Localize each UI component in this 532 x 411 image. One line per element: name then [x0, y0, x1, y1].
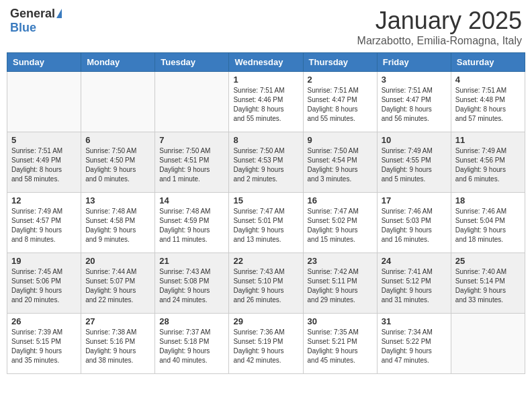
- day-number: 2: [308, 75, 373, 85]
- day-number: 23: [308, 256, 373, 266]
- day-info: Sunrise: 7:45 AM Sunset: 5:06 PM Dayligh…: [11, 267, 77, 305]
- day-number: 21: [159, 256, 224, 266]
- day-number: 18: [455, 195, 521, 205]
- calendar-day-cell: 20Sunrise: 7:44 AM Sunset: 5:07 PM Dayli…: [81, 253, 155, 314]
- calendar-week-row: 19Sunrise: 7:45 AM Sunset: 5:06 PM Dayli…: [7, 253, 525, 314]
- logo-blue-text: Blue: [10, 21, 36, 35]
- calendar-day-cell: 26Sunrise: 7:39 AM Sunset: 5:15 PM Dayli…: [7, 314, 81, 374]
- day-number: 6: [85, 135, 150, 145]
- calendar-day-cell: 10Sunrise: 7:49 AM Sunset: 4:55 PM Dayli…: [377, 132, 451, 193]
- calendar-day-cell: 3Sunrise: 7:51 AM Sunset: 4:47 PM Daylig…: [377, 72, 451, 132]
- day-number: 28: [159, 316, 224, 326]
- day-info: Sunrise: 7:42 AM Sunset: 5:11 PM Dayligh…: [308, 267, 373, 305]
- day-number: 30: [308, 316, 373, 326]
- day-info: Sunrise: 7:51 AM Sunset: 4:48 PM Dayligh…: [455, 86, 521, 124]
- calendar-day-cell: [7, 72, 81, 132]
- day-info: Sunrise: 7:48 AM Sunset: 4:59 PM Dayligh…: [159, 207, 224, 244]
- day-number: 29: [233, 316, 298, 326]
- day-info: Sunrise: 7:51 AM Sunset: 4:46 PM Dayligh…: [233, 86, 298, 124]
- day-info: Sunrise: 7:48 AM Sunset: 4:58 PM Dayligh…: [85, 207, 150, 244]
- title-section: January 2025 Marzabotto, Emilia-Romagna,…: [357, 7, 522, 47]
- calendar-week-row: 26Sunrise: 7:39 AM Sunset: 5:15 PM Dayli…: [7, 314, 525, 374]
- day-info: Sunrise: 7:50 AM Sunset: 4:51 PM Dayligh…: [159, 146, 224, 184]
- calendar-day-cell: 15Sunrise: 7:47 AM Sunset: 5:01 PM Dayli…: [229, 193, 303, 253]
- day-number: 3: [382, 75, 447, 85]
- day-info: Sunrise: 7:43 AM Sunset: 5:08 PM Dayligh…: [159, 267, 224, 305]
- day-info: Sunrise: 7:50 AM Sunset: 4:53 PM Dayligh…: [233, 146, 298, 184]
- logo-icon: [56, 9, 62, 18]
- column-header-saturday: Saturday: [451, 53, 525, 72]
- calendar-day-cell: 9Sunrise: 7:50 AM Sunset: 4:54 PM Daylig…: [303, 132, 377, 193]
- calendar-day-cell: 11Sunrise: 7:49 AM Sunset: 4:56 PM Dayli…: [451, 132, 525, 193]
- calendar-week-row: 12Sunrise: 7:49 AM Sunset: 4:57 PM Dayli…: [7, 193, 525, 253]
- calendar-day-cell: 14Sunrise: 7:48 AM Sunset: 4:59 PM Dayli…: [155, 193, 229, 253]
- day-number: 11: [455, 135, 521, 145]
- location-title: Marzabotto, Emilia-Romagna, Italy: [357, 35, 522, 47]
- calendar-header-row: SundayMondayTuesdayWednesdayThursdayFrid…: [7, 53, 525, 72]
- day-info: Sunrise: 7:49 AM Sunset: 4:55 PM Dayligh…: [382, 146, 447, 184]
- column-header-sunday: Sunday: [7, 53, 81, 72]
- day-number: 13: [85, 195, 150, 205]
- calendar-day-cell: 31Sunrise: 7:34 AM Sunset: 5:22 PM Dayli…: [377, 314, 451, 374]
- calendar-week-row: 5Sunrise: 7:51 AM Sunset: 4:49 PM Daylig…: [7, 132, 525, 193]
- day-number: 24: [382, 256, 447, 266]
- day-number: 22: [233, 256, 298, 266]
- calendar-day-cell: 16Sunrise: 7:47 AM Sunset: 5:02 PM Dayli…: [303, 193, 377, 253]
- day-info: Sunrise: 7:50 AM Sunset: 4:54 PM Dayligh…: [308, 146, 373, 184]
- day-number: 9: [308, 135, 373, 145]
- day-info: Sunrise: 7:41 AM Sunset: 5:12 PM Dayligh…: [382, 267, 447, 305]
- day-number: 16: [308, 195, 373, 205]
- calendar-table: SundayMondayTuesdayWednesdayThursdayFrid…: [7, 52, 525, 374]
- day-info: Sunrise: 7:46 AM Sunset: 5:03 PM Dayligh…: [382, 207, 447, 244]
- calendar-day-cell: 19Sunrise: 7:45 AM Sunset: 5:06 PM Dayli…: [7, 253, 81, 314]
- column-header-friday: Friday: [377, 53, 451, 72]
- calendar-day-cell: 23Sunrise: 7:42 AM Sunset: 5:11 PM Dayli…: [303, 253, 377, 314]
- day-info: Sunrise: 7:50 AM Sunset: 4:50 PM Dayligh…: [85, 146, 150, 184]
- month-title: January 2025: [357, 7, 522, 35]
- day-info: Sunrise: 7:34 AM Sunset: 5:22 PM Dayligh…: [382, 328, 447, 365]
- column-header-tuesday: Tuesday: [155, 53, 229, 72]
- day-number: 7: [159, 135, 224, 145]
- day-info: Sunrise: 7:49 AM Sunset: 4:57 PM Dayligh…: [11, 207, 77, 244]
- day-number: 26: [11, 316, 77, 326]
- column-header-wednesday: Wednesday: [229, 53, 303, 72]
- calendar-day-cell: 27Sunrise: 7:38 AM Sunset: 5:16 PM Dayli…: [81, 314, 155, 374]
- calendar-day-cell: 17Sunrise: 7:46 AM Sunset: 5:03 PM Dayli…: [377, 193, 451, 253]
- calendar-day-cell: 6Sunrise: 7:50 AM Sunset: 4:50 PM Daylig…: [81, 132, 155, 193]
- day-info: Sunrise: 7:43 AM Sunset: 5:10 PM Dayligh…: [233, 267, 298, 305]
- day-info: Sunrise: 7:40 AM Sunset: 5:14 PM Dayligh…: [455, 267, 521, 305]
- calendar-day-cell: 29Sunrise: 7:36 AM Sunset: 5:19 PM Dayli…: [229, 314, 303, 374]
- day-info: Sunrise: 7:51 AM Sunset: 4:47 PM Dayligh…: [308, 86, 373, 124]
- day-number: 14: [159, 195, 224, 205]
- logo-general-text: General: [10, 7, 55, 21]
- day-info: Sunrise: 7:47 AM Sunset: 5:01 PM Dayligh…: [233, 207, 298, 244]
- calendar-day-cell: 22Sunrise: 7:43 AM Sunset: 5:10 PM Dayli…: [229, 253, 303, 314]
- calendar-day-cell: 4Sunrise: 7:51 AM Sunset: 4:48 PM Daylig…: [451, 72, 525, 132]
- calendar-day-cell: [451, 314, 525, 374]
- calendar-day-cell: 1Sunrise: 7:51 AM Sunset: 4:46 PM Daylig…: [229, 72, 303, 132]
- calendar-day-cell: 8Sunrise: 7:50 AM Sunset: 4:53 PM Daylig…: [229, 132, 303, 193]
- calendar-day-cell: [155, 72, 229, 132]
- logo: General Blue: [10, 7, 62, 35]
- day-info: Sunrise: 7:39 AM Sunset: 5:15 PM Dayligh…: [11, 328, 77, 365]
- calendar-day-cell: 5Sunrise: 7:51 AM Sunset: 4:49 PM Daylig…: [7, 132, 81, 193]
- calendar-day-cell: 24Sunrise: 7:41 AM Sunset: 5:12 PM Dayli…: [377, 253, 451, 314]
- day-info: Sunrise: 7:47 AM Sunset: 5:02 PM Dayligh…: [308, 207, 373, 244]
- day-info: Sunrise: 7:49 AM Sunset: 4:56 PM Dayligh…: [455, 146, 521, 184]
- calendar-week-row: 1Sunrise: 7:51 AM Sunset: 4:46 PM Daylig…: [7, 72, 525, 132]
- day-info: Sunrise: 7:35 AM Sunset: 5:21 PM Dayligh…: [308, 328, 373, 365]
- day-number: 17: [382, 195, 447, 205]
- calendar-day-cell: 28Sunrise: 7:37 AM Sunset: 5:18 PM Dayli…: [155, 314, 229, 374]
- day-number: 8: [233, 135, 298, 145]
- day-number: 5: [11, 135, 77, 145]
- day-number: 20: [85, 256, 150, 266]
- calendar-day-cell: 18Sunrise: 7:46 AM Sunset: 5:04 PM Dayli…: [451, 193, 525, 253]
- calendar-day-cell: [81, 72, 155, 132]
- calendar-day-cell: 2Sunrise: 7:51 AM Sunset: 4:47 PM Daylig…: [303, 72, 377, 132]
- day-info: Sunrise: 7:46 AM Sunset: 5:04 PM Dayligh…: [455, 207, 521, 244]
- day-number: 1: [233, 75, 298, 85]
- calendar-day-cell: 30Sunrise: 7:35 AM Sunset: 5:21 PM Dayli…: [303, 314, 377, 374]
- day-number: 25: [455, 256, 521, 266]
- day-info: Sunrise: 7:44 AM Sunset: 5:07 PM Dayligh…: [85, 267, 150, 305]
- day-number: 15: [233, 195, 298, 205]
